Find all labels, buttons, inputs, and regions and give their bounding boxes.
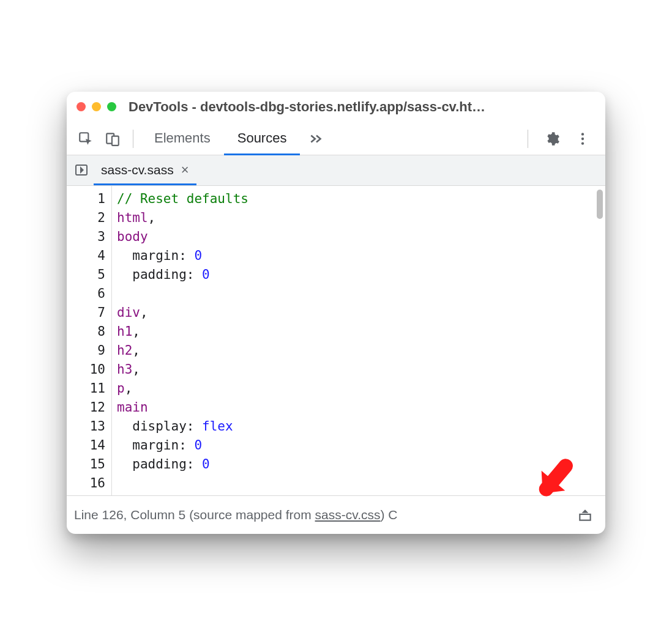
- svg-point-3: [581, 133, 584, 135]
- code-line[interactable]: display: flex: [117, 417, 600, 436]
- window-title: DevTools - devtools-dbg-stories.netlify.…: [129, 99, 595, 115]
- more-panels-icon[interactable]: [304, 126, 329, 152]
- zoom-window-button[interactable]: [107, 102, 116, 111]
- line-number: 15: [70, 455, 105, 474]
- code-line[interactable]: [117, 474, 600, 493]
- code-line[interactable]: div,: [117, 303, 600, 322]
- window-titlebar: DevTools - devtools-dbg-stories.netlify.…: [67, 92, 605, 121]
- code-line[interactable]: p,: [117, 379, 600, 398]
- drawer-toggle-icon[interactable]: [572, 502, 598, 528]
- tab-elements[interactable]: Elements: [141, 123, 224, 155]
- line-number: 12: [70, 398, 105, 417]
- toolbar-separator: [133, 130, 133, 148]
- inspect-element-icon[interactable]: [73, 126, 99, 152]
- code-line[interactable]: body: [117, 227, 600, 246]
- line-number: 3: [70, 227, 105, 246]
- line-number: 6: [70, 284, 105, 303]
- line-number: 1: [70, 190, 105, 209]
- line-number: 5: [70, 265, 105, 284]
- tab-sources[interactable]: Sources: [224, 123, 301, 155]
- code-line[interactable]: h1,: [117, 322, 600, 341]
- svg-point-4: [581, 138, 584, 140]
- file-tab-sass-cv[interactable]: sass-cv.sass ×: [94, 155, 196, 185]
- code-line[interactable]: margin: 0: [117, 436, 600, 455]
- code-line[interactable]: // Reset defaults: [117, 190, 600, 209]
- line-number: 16: [70, 474, 105, 493]
- file-tabbar: sass-cv.sass ×: [67, 155, 605, 186]
- device-toggle-icon[interactable]: [100, 126, 125, 152]
- code-line[interactable]: padding: 0: [117, 455, 600, 474]
- line-number: 10: [70, 360, 105, 379]
- code-line[interactable]: [117, 284, 600, 303]
- line-number: 13: [70, 417, 105, 436]
- line-number: 14: [70, 436, 105, 455]
- line-number: 11: [70, 379, 105, 398]
- panel-tabs: Elements Sources: [141, 123, 520, 155]
- main-toolbar: Elements Sources: [67, 121, 605, 155]
- cursor-position: Line 126, Column 5: [74, 508, 185, 522]
- traffic-lights: [77, 102, 116, 111]
- source-map-link[interactable]: sass-cv.css: [315, 508, 381, 522]
- kebab-menu-icon[interactable]: [570, 126, 595, 152]
- toolbar-separator: [528, 130, 528, 148]
- svg-rect-2: [112, 136, 119, 146]
- code-line[interactable]: main: [117, 398, 600, 417]
- source-mapped-label: (source mapped from sass-cv.css) C: [189, 508, 397, 522]
- file-tab-label: sass-cv.sass: [101, 163, 174, 177]
- line-number: 9: [70, 341, 105, 360]
- toolbar-right: [521, 126, 595, 152]
- gear-icon[interactable]: [539, 126, 565, 152]
- devtools-window: DevTools - devtools-dbg-stories.netlify.…: [67, 92, 605, 534]
- code-editor[interactable]: 12345678910111213141516 // Reset default…: [67, 186, 605, 495]
- close-icon[interactable]: ×: [181, 163, 189, 177]
- code-content[interactable]: // Reset defaultshtml,body margin: 0 pad…: [112, 186, 605, 495]
- line-number: 7: [70, 303, 105, 322]
- close-window-button[interactable]: [77, 102, 86, 111]
- svg-point-5: [581, 142, 584, 144]
- code-line[interactable]: html,: [117, 209, 600, 227]
- line-number: 8: [70, 322, 105, 341]
- code-line[interactable]: h2,: [117, 341, 600, 360]
- navigator-toggle-icon[interactable]: [69, 158, 94, 182]
- status-bar: Line 126, Column 5 (source mapped from s…: [67, 495, 605, 534]
- line-number: 2: [70, 209, 105, 227]
- line-number: 4: [70, 246, 105, 265]
- svg-rect-7: [580, 514, 590, 520]
- scrollbar-thumb[interactable]: [597, 190, 603, 219]
- code-line[interactable]: h3,: [117, 360, 600, 379]
- code-line[interactable]: padding: 0: [117, 265, 600, 284]
- line-gutter: 12345678910111213141516: [67, 186, 112, 495]
- code-line[interactable]: margin: 0: [117, 246, 600, 265]
- minimize-window-button[interactable]: [92, 102, 101, 111]
